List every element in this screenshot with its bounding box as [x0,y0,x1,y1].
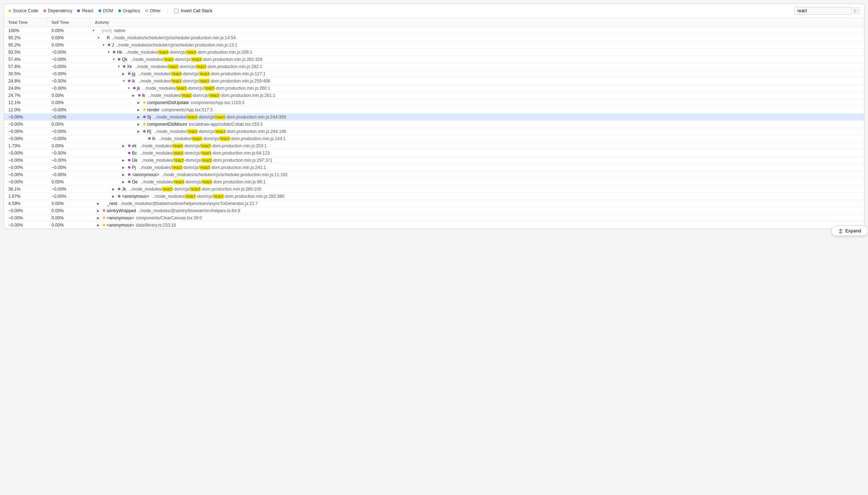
expand-chevron[interactable]: ▶ [137,108,142,112]
function-path: components/ClearCanvas.tsx:39:0 [136,215,202,220]
search-input[interactable] [794,7,852,15]
function-name: Jk [122,187,126,192]
table-row[interactable]: 4.59%0.00%▶_next ../node_modules/@babel/… [4,200,864,207]
total-time-cell: ~0.00% [4,208,47,214]
expand-chevron[interactable]: ▼ [112,58,116,61]
self-time-cell: ~0.00% [47,78,90,84]
invert-call-stack-checkbox[interactable] [174,9,179,13]
expand-chevron[interactable]: ▶ [122,166,127,169]
table-row[interactable]: 12.0%~0.00%▶render components/App.tsx:51… [4,106,864,113]
table-row[interactable]: 30.5%~0.00%▶jg ../node_modules/react-dom… [4,70,864,77]
dom-dot [98,9,101,12]
category-dot [143,108,146,111]
category-dot [128,144,130,147]
expand-chevron[interactable]: ▶ [137,101,142,104]
total-time-cell: ~0.00% [4,121,47,128]
expand-chevron[interactable]: ▶ [97,209,101,213]
table-row[interactable]: 1.67%~0.00%▶<anonymous> ../node_modules/… [4,193,864,200]
activity-cell: ih ../node_modules/react-dom/cjs/react-d… [90,135,864,142]
expand-chevron[interactable]: ▶ [132,94,137,97]
function-path: ../node_modules/scheduler/cjs/scheduler.… [161,172,288,177]
table-row[interactable]: 95.2%0.00%▼R ../node_modules/scheduler/c… [4,34,864,41]
self-time-cell: ~0.00% [47,150,90,156]
expand-chevron[interactable]: ▶ [122,180,127,184]
category-dot [128,152,130,154]
self-time-cell: 0.00% [47,42,90,48]
table-row[interactable]: 12.1%0.00%▶componentDidUpdate components… [4,99,864,106]
category-dot [128,166,130,169]
table-row[interactable]: 95.2%0.00%▼J ../node_modules/scheduler/c… [4,41,864,49]
self-time-cell: 0.00% [47,121,90,128]
table-row[interactable]: ~0.00%~0.00%▶Gk ../node_modules/react-do… [4,157,864,164]
expand-chevron[interactable]: ▶ [137,122,142,126]
self-time-cell: ~0.00% [47,56,90,63]
table-row[interactable]: 24.7%0.00%▶lk ../node_modules/react-dom/… [4,92,864,99]
table-row[interactable]: 57.4%~0.00%▼Xk ../node_modules/react-dom… [4,63,864,70]
expand-chevron[interactable]: ▶ [122,72,127,76]
expand-chevron[interactable]: ▶ [112,187,116,191]
table-row[interactable]: ~0.00%~0.00%ih ../node_modules/react-dom… [4,135,864,142]
expand-chevron[interactable]: ▶ [137,130,142,133]
expand-chevron[interactable]: ▶ [97,202,101,205]
expand-chevron[interactable]: ▶ [122,159,127,162]
category-dot [118,58,120,61]
table-row[interactable]: 24.8%~0.00%▼jk ../node_modules/react-dom… [4,85,864,92]
table-row[interactable]: ~0.00%~0.00%Bc ../node_modules/react-dom… [4,150,864,157]
total-time-cell: ~0.00% [4,215,47,221]
expand-chevron[interactable]: ▶ [112,195,116,198]
total-time-cell: 95.2% [4,35,47,41]
table-row[interactable]: ~0.00%0.00%▶<anonymous> data/library.ts:… [4,222,864,229]
expand-chevron[interactable]: ▼ [102,43,106,47]
sidebar-toggle-button[interactable] [853,8,860,14]
table-row[interactable]: 1.73%0.00%▶ek ../node_modules/react-dom/… [4,142,864,150]
table-row[interactable]: ~0.00%~0.00%▶<anonymous> ../node_modules… [4,171,864,178]
expand-button[interactable]: Expand [831,226,868,236]
table-row[interactable]: ~0.00%0.00%▶componentDidMount excalidraw… [4,121,864,128]
expand-chevron[interactable]: ▶ [97,216,101,220]
table-row[interactable]: ~0.00%~0.00%▶Rj ../node_modules/react-do… [4,128,864,135]
expand-chevron[interactable]: ▼ [97,36,101,40]
category-dot [123,65,125,68]
function-path: ../node_modules/react-dom/cjs/react-dom.… [137,71,265,76]
table-row[interactable]: ~0.00%0.00%▶<anonymous> components/Clear… [4,214,864,222]
function-name: Bc [132,151,137,156]
graphics-dot [118,9,121,12]
invert-call-stack-text: Invert Call Stack [181,8,212,13]
expand-chevron[interactable]: ▼ [107,50,111,54]
self-time-cell: 0.00% [47,92,90,99]
table-row[interactable]: 93.5%~0.00%▼Hk ../node_modules/react-dom… [4,49,864,56]
expand-chevron[interactable]: ▶ [137,115,142,119]
table-row[interactable]: 57.4%~0.00%▼Qk ../node_modules/react-dom… [4,56,864,63]
table-row[interactable]: ~0.00%0.00%▶Oe ../node_modules/react-dom… [4,178,864,186]
self-time-cell: ~0.00% [47,114,90,120]
table-row[interactable]: ~0.00%0.00%▶sentryWrapped ../node_module… [4,207,864,214]
total-time-cell: 57.4% [4,63,47,70]
expand-chevron[interactable]: ▶ [97,223,101,227]
total-time-cell: 4.59% [4,200,47,207]
expand-chevron[interactable]: ▼ [117,65,121,68]
table-row[interactable]: ~0.00%~0.00%▶Pj ../node_modules/react-do… [4,164,864,171]
source-code-label: Source Code [13,8,38,13]
total-time-header: Total Time [4,18,47,27]
total-time-cell: 95.2% [4,42,47,48]
table-body: 100%0.00%▼(root) native95.2%0.00%▼R ../n… [4,27,864,229]
function-name: jg [132,71,135,76]
table-row[interactable]: ~0.00%~0.00%▶Sj ../node_modules/react-do… [4,113,864,121]
expand-chevron[interactable]: ▶ [122,144,127,148]
function-name: R [107,35,110,40]
invert-call-stack-label[interactable]: Invert Call Stack [174,8,212,13]
activity-cell: ▶<anonymous> data/library.ts:233:16 [90,222,864,228]
expand-chevron[interactable]: ▼ [122,79,127,83]
table-row[interactable]: 24.8%~0.00%▼ik ../node_modules/react-dom… [4,77,864,85]
expand-chevron[interactable]: ▼ [92,29,96,32]
search-box [794,7,860,15]
expand-chevron[interactable]: ▼ [127,86,132,90]
total-time-cell: 12.0% [4,107,47,113]
table-row[interactable]: 100%0.00%▼(root) native [4,27,864,34]
table-row[interactable]: 36.1%~0.00%▶Jk ../node_modules/react-dom… [4,186,864,193]
table-header: Total Time Self Time Activity [4,18,864,27]
self-time-cell: 0.00% [47,143,90,149]
function-path: ../node_modules/react-dom/cjs/react-dom.… [139,158,273,163]
expand-chevron[interactable]: ▶ [122,173,127,177]
total-time-cell: 36.1% [4,186,47,192]
